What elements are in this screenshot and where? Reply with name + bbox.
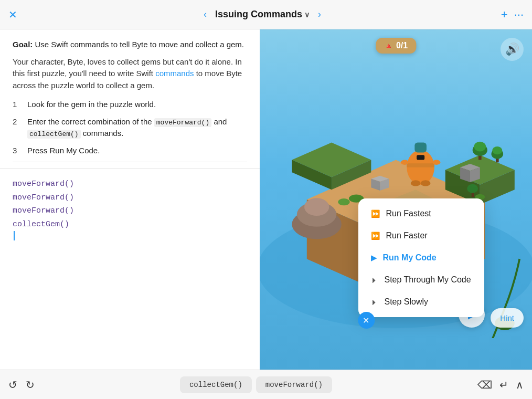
goal-body: Use Swift commands to tell Byte to move … <box>33 40 244 49</box>
step-text-2: Enter the correct combination of the mov… <box>27 116 247 140</box>
code-line-2: moveForward() <box>13 191 247 205</box>
top-bar-actions: + ··· <box>501 8 524 22</box>
run-faster-item[interactable]: ⏩ Run Faster <box>360 225 482 247</box>
step-num-2: 2 <box>13 116 21 140</box>
svg-point-23 <box>421 180 431 186</box>
more-button[interactable]: ··· <box>514 8 524 22</box>
undo-button[interactable]: ↺ <box>8 379 17 391</box>
step-slowly-icon: ⏵ <box>371 298 378 306</box>
close-icon: ✕ <box>363 316 369 326</box>
gem-icon: 🔺 <box>384 41 393 50</box>
svg-point-35 <box>474 142 486 152</box>
top-bar: ✕ ‹ Issuing Commands ∨ › + ··· <box>0 0 532 29</box>
run-my-code-icon: ▶ <box>371 254 377 262</box>
step-slowly-item[interactable]: ⏵ Step Slowly <box>360 291 482 313</box>
bottom-center-controls: collectGem() moveForward() <box>35 376 477 393</box>
step-1: 1 Look for the gem in the puzzle world. <box>13 99 247 111</box>
step-text-1: Look for the gem in the puzzle world. <box>27 99 156 111</box>
instructions-panel: Goal: Use Swift commands to tell Byte to… <box>0 29 260 169</box>
step-slowly-label: Step Slowly <box>385 297 429 307</box>
left-panel: Goal: Use Swift commands to tell Byte to… <box>0 29 260 370</box>
run-my-code-label: Run My Code <box>383 253 437 262</box>
move-forward-button[interactable]: moveForward() <box>256 376 332 393</box>
hint-button[interactable]: Hint <box>491 308 524 328</box>
code-cursor-line <box>13 231 247 240</box>
description-text: Your character, Byte, loves to collect g… <box>13 56 247 92</box>
steps-list: 1 Look for the gem in the puzzle world. … <box>13 99 247 156</box>
run-fastest-label: Run Fastest <box>386 209 431 218</box>
commands-link[interactable]: commands <box>155 69 194 78</box>
goal-text: Goal: Use Swift commands to tell Byte to… <box>13 39 247 51</box>
svg-point-40 <box>467 184 478 193</box>
svg-point-22 <box>411 180 421 186</box>
step-2: 2 Enter the correct combination of the m… <box>13 116 247 140</box>
sound-button[interactable]: 🔊 <box>501 38 524 61</box>
code-editor[interactable]: moveForward() moveForward() moveForward(… <box>0 169 260 370</box>
redo-button[interactable]: ↻ <box>26 379 35 391</box>
step-num-3: 3 <box>13 145 21 157</box>
dropdown-close-button[interactable]: ✕ <box>358 312 375 329</box>
step-num-1: 1 <box>13 99 21 111</box>
text-cursor <box>14 231 15 240</box>
add-button[interactable]: + <box>501 8 508 22</box>
bottom-bar: ↺ ↻ collectGem() moveForward() ⌫ ↵ ∧ <box>0 370 532 399</box>
stone-block-2 <box>371 176 389 191</box>
code-line-4: collectGem() <box>13 218 247 232</box>
step-through-icon: ⏵ <box>371 276 378 284</box>
nav-area: ‹ Issuing Commands ∨ › <box>24 7 501 22</box>
nav-prev-button[interactable]: ‹ <box>199 7 211 22</box>
code-line-1: moveForward() <box>13 177 247 191</box>
svg-point-12 <box>304 198 329 216</box>
svg-point-42 <box>338 198 350 205</box>
tree-2 <box>491 146 503 162</box>
right-panel: 🔺 0/1 🔊 <box>260 29 532 370</box>
dropdown-menu: ⏩ Run Fastest ⏩ Run Faster ▶ Run My Code… <box>358 198 484 317</box>
collapse-button[interactable]: ∧ <box>516 379 524 391</box>
bottom-left-controls: ↺ ↻ <box>8 379 35 391</box>
page-title: Issuing Commands ∨ <box>215 9 310 20</box>
bottom-right-controls: ⌫ ↵ ∧ <box>477 379 524 391</box>
svg-point-20 <box>401 160 409 165</box>
run-fastest-item[interactable]: ⏩ Run Fastest <box>360 203 482 225</box>
nav-next-button[interactable]: › <box>314 7 325 22</box>
collect-gem-button[interactable]: collectGem() <box>180 376 252 393</box>
stone-block-1 <box>460 164 480 182</box>
run-faster-label: Run Faster <box>386 231 428 240</box>
svg-rect-19 <box>407 163 434 167</box>
svg-rect-17 <box>414 143 427 153</box>
svg-point-38 <box>492 146 502 154</box>
title-text: Issuing Commands <box>215 9 302 20</box>
score-text: 0/1 <box>396 41 408 50</box>
score-badge: 🔺 0/1 <box>376 38 416 54</box>
svg-point-21 <box>432 160 440 165</box>
step-text-3: Press Run My Code. <box>27 145 100 157</box>
run-fastest-icon: ⏩ <box>371 209 380 218</box>
return-button[interactable]: ↵ <box>499 379 508 391</box>
goal-label: Goal: <box>13 40 33 49</box>
step-through-item[interactable]: ⏵ Step Through My Code <box>360 269 482 291</box>
run-my-code-item[interactable]: ▶ Run My Code <box>360 247 482 269</box>
run-faster-icon: ⏩ <box>371 232 380 240</box>
sound-icon: 🔊 <box>505 43 519 56</box>
svg-rect-18 <box>417 155 424 160</box>
code-line-3: moveForward() <box>13 204 247 218</box>
delete-button[interactable]: ⌫ <box>477 379 492 391</box>
main-content: Goal: Use Swift commands to tell Byte to… <box>0 29 532 370</box>
hint-label: Hint <box>500 313 514 322</box>
step-3: 3 Press Run My Code. <box>13 145 247 157</box>
step-through-label: Step Through My Code <box>385 275 471 285</box>
divider <box>13 162 247 162</box>
close-button[interactable]: ✕ <box>8 8 17 21</box>
title-chevron-icon[interactable]: ∨ <box>304 10 310 19</box>
tree-1 <box>473 142 487 160</box>
